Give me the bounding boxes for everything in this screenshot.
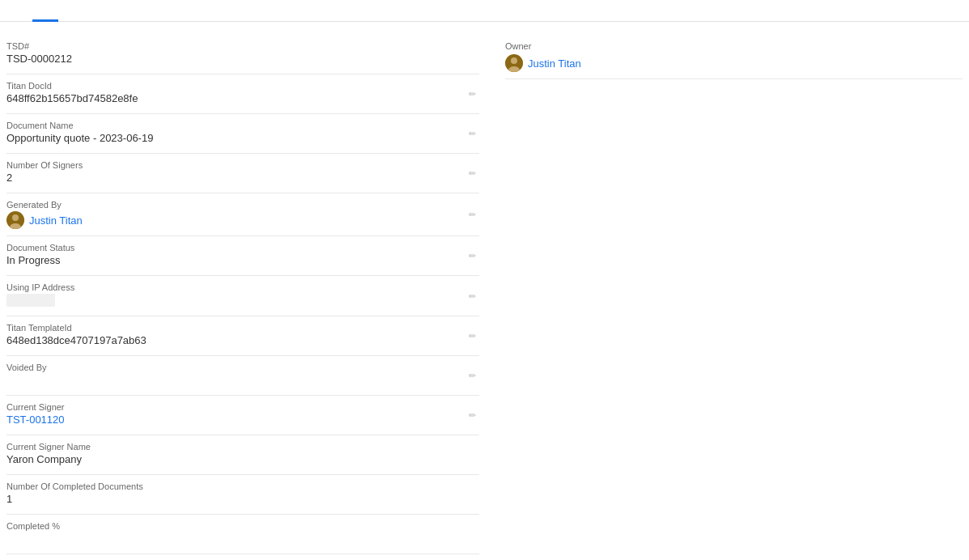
- field-number-of-completed-documents: Number Of Completed Documents1: [6, 475, 479, 515]
- right-column: Owner Justin Titan: [492, 35, 963, 554]
- field-value-document-name: Opportunity quote - 2023-06-19: [6, 132, 479, 146]
- field-label-current-signer: Current Signer: [6, 402, 479, 412]
- main-content: TSD#TSD-0000212Titan DocId648ff62b15657b…: [0, 22, 969, 554]
- field-label-current-signer-name: Current Signer Name: [6, 442, 479, 452]
- field-value-number-of-signers: 2: [6, 172, 479, 186]
- empty-placeholder: [6, 294, 55, 307]
- field-current-signer-name: Current Signer NameYaron Company: [6, 435, 479, 475]
- field-value-document-status: In Progress: [6, 254, 479, 269]
- svg-point-1: [12, 214, 19, 221]
- field-titan-template-id: Titan TemplateId648ed138dce4707197a7ab63: [6, 316, 479, 356]
- edit-icon-using-ip-address[interactable]: [469, 291, 476, 302]
- owner-name[interactable]: Justin Titan: [528, 57, 581, 70]
- owner-avatar: [505, 54, 523, 72]
- avatar: [6, 211, 24, 229]
- field-generated-by: Generated By Justin Titan: [6, 193, 479, 236]
- field-value-current-signer-name: Yaron Company: [6, 453, 479, 468]
- edit-icon-current-signer[interactable]: [469, 409, 476, 421]
- tabs-container: [0, 0, 969, 22]
- field-using-ip-address: Using IP Address: [6, 276, 479, 316]
- field-value-voided-by: [6, 374, 479, 388]
- field-label-number-of-signers: Number Of Signers: [6, 160, 479, 170]
- field-value-titan-docid: 648ff62b15657bd74582e8fe: [6, 92, 479, 107]
- field-label-titan-docid: Titan DocId: [6, 81, 479, 91]
- edit-icon-titan-docid[interactable]: [469, 88, 476, 100]
- field-current-signer: Current SignerTST-001120: [6, 396, 479, 435]
- owner-section: Owner Justin Titan: [505, 35, 963, 79]
- field-voided-by: Voided By: [6, 356, 479, 396]
- edit-icon-document-name[interactable]: [469, 128, 476, 139]
- edit-icon-generated-by[interactable]: [469, 209, 476, 220]
- user-name-generated-by[interactable]: Justin Titan: [29, 214, 83, 227]
- field-label-completed-percent: Completed %: [6, 521, 479, 531]
- field-document-name: Document NameOpportunity quote - 2023-06…: [6, 114, 479, 154]
- field-tsd-number: TSD#TSD-0000212: [6, 35, 479, 74]
- field-value-tsd-number: TSD-0000212: [6, 53, 479, 67]
- field-label-titan-template-id: Titan TemplateId: [6, 323, 479, 333]
- field-completed-percent: Completed %: [6, 515, 479, 554]
- field-value-generated-by[interactable]: Justin Titan: [6, 211, 479, 229]
- svg-point-4: [511, 57, 517, 64]
- field-value-titan-template-id: 648ed138dce4707197a7ab63: [6, 334, 479, 349]
- edit-icon-voided-by[interactable]: [469, 370, 476, 381]
- edit-icon-number-of-signers[interactable]: [469, 168, 476, 179]
- field-label-using-ip-address: Using IP Address: [6, 282, 479, 292]
- field-value-using-ip-address: [6, 294, 479, 309]
- left-column: TSD#TSD-0000212Titan DocId648ff62b15657b…: [6, 35, 492, 554]
- edit-icon-document-status[interactable]: [469, 250, 476, 261]
- field-value-completed-percent: [6, 532, 479, 547]
- field-label-voided-by: Voided By: [6, 363, 479, 372]
- field-number-of-signers: Number Of Signers2: [6, 154, 479, 193]
- edit-icon-titan-template-id[interactable]: [469, 330, 476, 342]
- owner-label: Owner: [505, 41, 963, 51]
- field-value-current-signer[interactable]: TST-001120: [6, 414, 479, 428]
- field-label-document-status: Document Status: [6, 243, 479, 252]
- owner-value[interactable]: Justin Titan: [505, 54, 963, 72]
- tab-details[interactable]: [32, 0, 58, 22]
- field-label-document-name: Document Name: [6, 121, 479, 130]
- field-value-number-of-completed-documents: 1: [6, 493, 479, 507]
- tab-bar: [0, 0, 969, 22]
- field-titan-docid: Titan DocId648ff62b15657bd74582e8fe: [6, 74, 479, 114]
- tab-related[interactable]: [6, 0, 32, 22]
- field-label-number-of-completed-documents: Number Of Completed Documents: [6, 482, 479, 491]
- field-label-generated-by: Generated By: [6, 200, 479, 210]
- field-document-status: Document StatusIn Progress: [6, 236, 479, 276]
- field-label-tsd-number: TSD#: [6, 41, 479, 51]
